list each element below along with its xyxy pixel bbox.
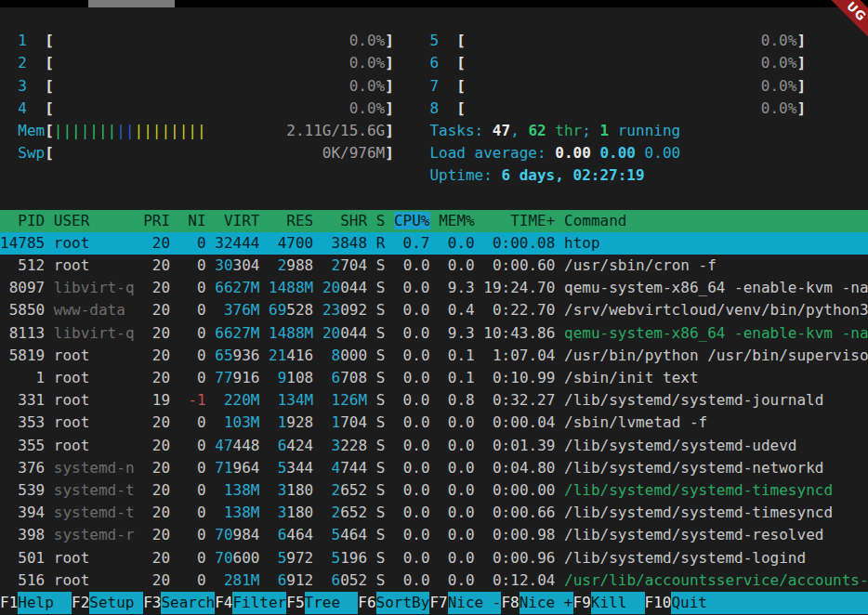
load-1min: 0.00	[555, 144, 591, 162]
text	[322, 526, 332, 543]
cell-ni: 0	[179, 571, 206, 589]
text	[367, 437, 376, 454]
process-row-353[interactable]: 353 root 20 0 103M 1928 1704 S 0.0 0.0 0…	[0, 412, 868, 434]
column-header-user[interactable]: USER	[54, 212, 135, 229]
cpu-meter-value-4: 0.0%	[54, 99, 385, 117]
text	[170, 391, 179, 409]
column-header-shr[interactable]: SHR	[322, 212, 367, 229]
cell-state: S	[376, 279, 386, 296]
fkey-button-help[interactable]: Help	[18, 592, 72, 614]
fkey-button-setup[interactable]: Setup	[89, 592, 143, 614]
text	[475, 256, 484, 274]
text	[367, 571, 376, 589]
cell-mem: 0.4	[439, 301, 475, 319]
fkey-button-nice-[interactable]: Nice -	[448, 592, 502, 614]
text	[269, 413, 278, 431]
meter-bracket: [	[45, 99, 54, 117]
text	[45, 413, 54, 431]
text	[322, 256, 332, 274]
text	[259, 481, 269, 499]
cell-pri: 20	[143, 369, 170, 386]
process-row-516[interactable]: 516 root 20 0 281M 6912 6052 S 0.0 0.0 0…	[0, 569, 868, 592]
text	[215, 571, 224, 589]
column-header-time[interactable]: TIME+	[483, 212, 555, 229]
text	[555, 324, 564, 342]
process-row-376[interactable]: 376 systemd-n 20 0 71964 5344 4744 S 0.0…	[0, 457, 868, 479]
text	[259, 413, 269, 431]
cell-shr: 708	[340, 369, 367, 386]
cell-mem: 0.0	[439, 481, 475, 499]
text	[206, 279, 216, 296]
text	[430, 526, 440, 543]
cell-state: S	[376, 324, 386, 342]
text	[385, 391, 394, 409]
cell-shr: 228	[340, 437, 367, 454]
cell-pri: 20	[143, 571, 170, 589]
cell-mem: 0.0	[439, 256, 475, 274]
cell-ni: 0	[179, 413, 206, 431]
cell-command: /lib/systemd/systemd-udevd	[564, 437, 796, 454]
process-row-394[interactable]: 394 systemd-t 20 0 138M 3180 2652 S 0.0 …	[0, 502, 868, 524]
cell-res: 912	[286, 571, 313, 589]
cell-user: root	[54, 437, 135, 454]
text	[45, 526, 54, 543]
cell-pid: 512	[0, 256, 45, 274]
process-row-5819[interactable]: 5819 root 20 0 65936 21416 8000 S 0.0 0.…	[0, 345, 868, 367]
column-header-pid[interactable]: PID	[0, 212, 45, 229]
fkey-button-nice-[interactable]: Nice +	[519, 592, 573, 614]
fkey-button-filter[interactable]: Filter	[232, 592, 286, 614]
text	[215, 481, 224, 499]
fkey-button-sortby[interactable]: SortBy	[376, 592, 430, 614]
text	[206, 324, 216, 342]
process-row-5850[interactable]: 5850 www-data 20 0 376M 69528 23092 S 0.…	[0, 299, 868, 321]
process-row-512[interactable]: 512 root 20 0 30304 2988 2704 S 0.0 0.0 …	[0, 255, 868, 277]
process-row-539[interactable]: 539 systemd-t 20 0 138M 3180 2652 S 0.0 …	[0, 479, 868, 502]
column-header-pri[interactable]: PRI	[143, 212, 170, 229]
column-header-virt[interactable]: VIRT	[215, 212, 259, 229]
fkey-button-kill[interactable]: Kill	[591, 592, 645, 614]
text	[206, 301, 216, 319]
cell-virt: 103M	[224, 413, 260, 431]
cell-virt: 138M	[224, 504, 260, 521]
text	[206, 369, 216, 386]
process-row-8097[interactable]: 8097 libvirt-q 20 0 6627M 1488M 20044 S …	[0, 277, 868, 299]
cell-cpu: 0.0	[394, 526, 430, 543]
column-header-s[interactable]: S	[376, 212, 386, 229]
process-row-331[interactable]: 331 root 19 -1 220M 134M 126M S 0.0 0.8 …	[0, 389, 868, 412]
column-header-mem[interactable]: MEM%	[439, 212, 475, 229]
text	[259, 279, 269, 296]
cpu-meter-value-7: 0.0%	[466, 77, 796, 95]
text	[313, 549, 322, 567]
column-header-command[interactable]: Command	[564, 212, 626, 229]
process-row-14785[interactable]: 14785 root 20 0 32444 4700 3848 R 0.7 0.…	[0, 232, 868, 255]
text	[45, 324, 54, 342]
cell-mem: 0.0	[439, 234, 475, 252]
process-row-398[interactable]: 398 systemd-r 20 0 70984 6464 5464 S 0.0…	[0, 524, 868, 546]
process-row-1[interactable]: 1 root 20 0 77916 9108 6708 S 0.0 0.1 0:…	[0, 367, 868, 389]
memory-buffers-pipes: ||	[116, 122, 134, 139]
column-header-cpu[interactable]: CPU%	[394, 212, 430, 229]
fkey-button-tree[interactable]: Tree	[305, 592, 359, 614]
cell-shr: 000	[340, 347, 367, 364]
column-header-ni[interactable]: NI	[179, 212, 206, 229]
process-row-501[interactable]: 501 root 20 0 70600 5972 5196 S 0.0 0.0 …	[0, 547, 868, 569]
process-row-355[interactable]: 355 root 20 0 47448 6424 3228 S 0.0 0.0 …	[0, 435, 868, 457]
text	[385, 212, 394, 229]
cell-ni: 0	[179, 549, 206, 567]
cell-pri: 20	[143, 549, 170, 567]
text	[430, 437, 440, 454]
column-header-res[interactable]: RES	[269, 212, 313, 229]
text	[170, 526, 179, 543]
swap-and-load-row: Swp[ 0K/976M] Load average: 0.00 0.00 0.…	[0, 142, 868, 164]
process-row-8113[interactable]: 8113 libvirt-q 20 0 6627M 1488M 20044 S …	[0, 322, 868, 345]
fkey-button-search[interactable]: Search	[161, 592, 215, 614]
text	[555, 437, 564, 454]
cell-cpu: 0.0	[394, 413, 430, 431]
meter-bracket: ]	[796, 32, 806, 49]
text	[313, 571, 322, 589]
meter-bracket: ]	[385, 77, 394, 95]
text	[206, 256, 216, 274]
fkey-button-quit[interactable]: Quit	[671, 592, 868, 614]
cell-shr: 1	[332, 413, 341, 431]
text	[385, 504, 394, 521]
